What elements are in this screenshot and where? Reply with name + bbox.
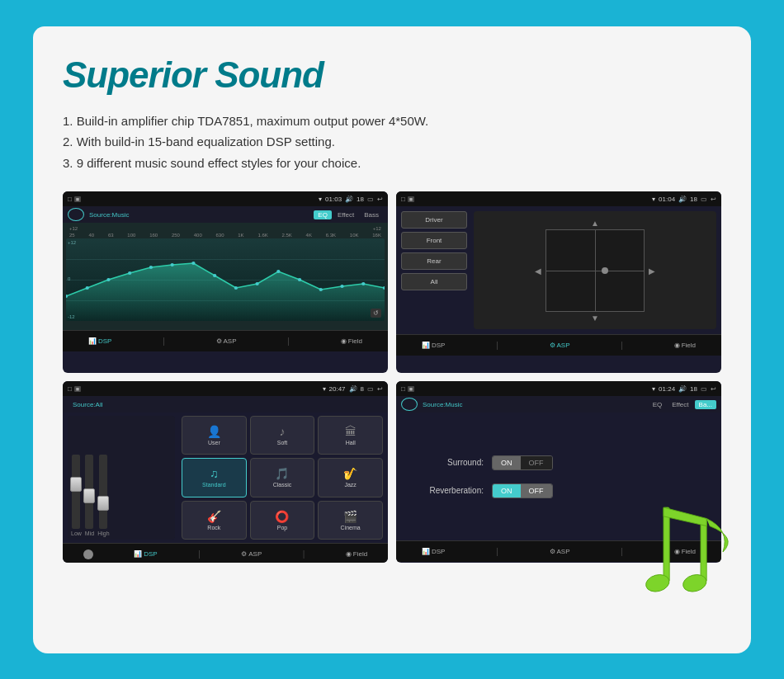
- tab-bass[interactable]: Bass: [360, 210, 383, 219]
- status-left-4: □ ■: [401, 385, 414, 393]
- dsp-btn-2[interactable]: 📊 DSP: [422, 342, 445, 349]
- features-list: 1. Build-in amplifier chip TDA7851, maxi…: [63, 111, 721, 174]
- time-1: 01:03: [325, 196, 342, 203]
- effect-cinema[interactable]: 🎬Cinema: [318, 501, 383, 540]
- effect-user[interactable]: 👤User: [182, 416, 247, 455]
- tab-bass-4[interactable]: Ba...: [695, 400, 716, 409]
- tab-effect[interactable]: Effect: [333, 210, 358, 219]
- dsp-btn-4[interactable]: 📊 DSP: [422, 548, 445, 555]
- source-label-1: Source:Music: [84, 210, 134, 220]
- arrow-up[interactable]: ▲: [591, 219, 599, 228]
- volume-icon-1: 🔊: [345, 196, 353, 203]
- reverb-label: Reverberation:: [409, 486, 484, 495]
- fader-label-high: High: [97, 530, 109, 536]
- volume-icon-4: 🔊: [678, 385, 687, 393]
- volume-icon-2: 🔊: [678, 196, 687, 203]
- field-btn-3[interactable]: ◉ Field: [346, 550, 367, 558]
- all-btn[interactable]: All: [401, 273, 467, 290]
- battery-icon-3: ▭: [367, 385, 374, 393]
- back-icon-4: ↩: [711, 385, 716, 393]
- surround-toggle[interactable]: ON OFF: [492, 455, 553, 470]
- reverb-off-option[interactable]: OFF: [521, 484, 552, 497]
- arrow-down[interactable]: ▼: [591, 314, 599, 323]
- crosshair-grid[interactable]: ▲ ▼ ◀ ▶: [545, 229, 645, 312]
- asp-btn-4[interactable]: ⚙ ASP: [550, 548, 570, 555]
- dsp-btn-3[interactable]: 📊 DSP: [134, 550, 157, 558]
- surround-off-option[interactable]: OFF: [521, 456, 552, 469]
- effect-classic[interactable]: 🎵Classic: [250, 458, 315, 497]
- effect-soft[interactable]: ♪Soft: [250, 416, 315, 455]
- asp-btn-2[interactable]: ⚙ ASP: [550, 342, 570, 349]
- eq-curve: [66, 238, 385, 321]
- time-2: 01:04: [659, 196, 675, 203]
- svg-point-9: [255, 282, 258, 285]
- arrow-right[interactable]: ▶: [649, 266, 655, 275]
- field-btn-2[interactable]: ◉ Field: [674, 342, 696, 349]
- back-icon-3: ↩: [377, 385, 383, 393]
- music-note-decoration: [627, 485, 759, 637]
- field-btn-1[interactable]: ◉ Field: [341, 337, 362, 345]
- asp-btn-3[interactable]: ⚙ ASP: [241, 550, 262, 558]
- svg-point-12: [319, 288, 323, 291]
- screen-asp: □ ■ ▾ 01:04 🔊 18 ▭ ↩ Driver Front Rear: [396, 191, 721, 373]
- time-3: 20:47: [329, 385, 346, 393]
- svg-point-7: [213, 274, 216, 277]
- tab-eq[interactable]: EQ: [314, 210, 332, 219]
- fader-knob-low[interactable]: [70, 477, 82, 492]
- svg-point-2: [106, 278, 110, 281]
- wifi-icon-3: ▾: [323, 385, 326, 393]
- fader-track-high[interactable]: [99, 455, 107, 529]
- svg-point-13: [340, 285, 343, 288]
- effect-jazz[interactable]: 🎷Jazz: [318, 458, 383, 497]
- driver-btn[interactable]: Driver: [401, 211, 467, 229]
- reverb-toggle[interactable]: ON OFF: [492, 483, 553, 498]
- effect-rock[interactable]: 🎸Rock: [182, 501, 247, 540]
- fader-track-low[interactable]: [72, 455, 80, 529]
- svg-point-5: [171, 263, 174, 266]
- status-bar-4: □ ■ ▾ 01:24 🔊 18 ▭ ↩: [396, 381, 721, 396]
- crosshair-v: [595, 230, 596, 311]
- asp-btn-1[interactable]: ⚙ ASP: [216, 337, 237, 345]
- feature-2: 2. With build-in 15-band equalization DS…: [63, 131, 721, 153]
- svg-point-1: [86, 286, 89, 290]
- nav-tabs-4: EQ Effect Ba...: [649, 400, 716, 409]
- front-btn[interactable]: Front: [401, 232, 467, 249]
- bottom-bar-3: 📊 DSP | ⚙ ASP | ◉ Field: [63, 543, 388, 563]
- status-left-3: □ ■: [68, 385, 81, 393]
- battery-icon-1: ▭: [367, 196, 374, 203]
- screen-mixer: □ ■ ▾ 20:47 🔊 8 ▭ ↩ Source:All: [63, 381, 388, 563]
- status-right-2: ▾ 01:04 🔊 18 ▭ ↩: [652, 196, 716, 203]
- status-left-1: □ ■: [68, 196, 81, 203]
- fader-knob-high[interactable]: [97, 496, 109, 511]
- svg-point-3: [128, 271, 131, 275]
- fader-mid: Mid: [85, 455, 94, 536]
- battery-icon-4: ▭: [701, 385, 707, 393]
- nav-tabs-1: EQ Effect Bass: [314, 210, 383, 219]
- fader-label-mid: Mid: [85, 530, 94, 536]
- volume-icon-3: 🔊: [349, 385, 357, 393]
- svg-point-8: [234, 286, 238, 290]
- screen-eq: □ ■ ▾ 01:03 🔊 18 ▭ ↩ Source:Music EQ Eff…: [63, 191, 388, 373]
- eq-area: +12 +12 254063: [63, 223, 388, 330]
- battery-2: 18: [690, 196, 697, 203]
- tab-effect-4[interactable]: Effect: [668, 400, 692, 409]
- reverb-on-option[interactable]: ON: [493, 484, 521, 497]
- fader-knob-mid[interactable]: [83, 488, 95, 503]
- svg-point-6: [191, 262, 195, 265]
- wifi-icon-1: ▾: [319, 196, 322, 203]
- effect-standard[interactable]: ♫Standard: [182, 458, 247, 497]
- effect-hall[interactable]: 🏛Hall: [318, 416, 383, 455]
- arrow-left[interactable]: ◀: [535, 266, 541, 275]
- surround-on-option[interactable]: ON: [493, 456, 521, 469]
- tab-eq-4[interactable]: EQ: [649, 400, 667, 409]
- crosshair-dot[interactable]: [602, 267, 608, 274]
- bottom-bar-1: 📊 DSP | ⚙ ASP | ◉ Field: [63, 330, 388, 351]
- bottom-bar-2: 📊 DSP | ⚙ ASP | ◉ Field: [396, 334, 721, 356]
- dsp-btn-1[interactable]: 📊 DSP: [88, 337, 111, 345]
- wifi-icon-2: ▾: [652, 196, 655, 203]
- rear-btn[interactable]: Rear: [401, 252, 467, 270]
- status-bar-3: □ ■ ▾ 20:47 🔊 8 ▭ ↩: [63, 381, 388, 396]
- reset-button[interactable]: ↺: [371, 309, 381, 318]
- effect-pop[interactable]: ⭕Pop: [250, 501, 315, 540]
- fader-track-mid[interactable]: [85, 455, 93, 529]
